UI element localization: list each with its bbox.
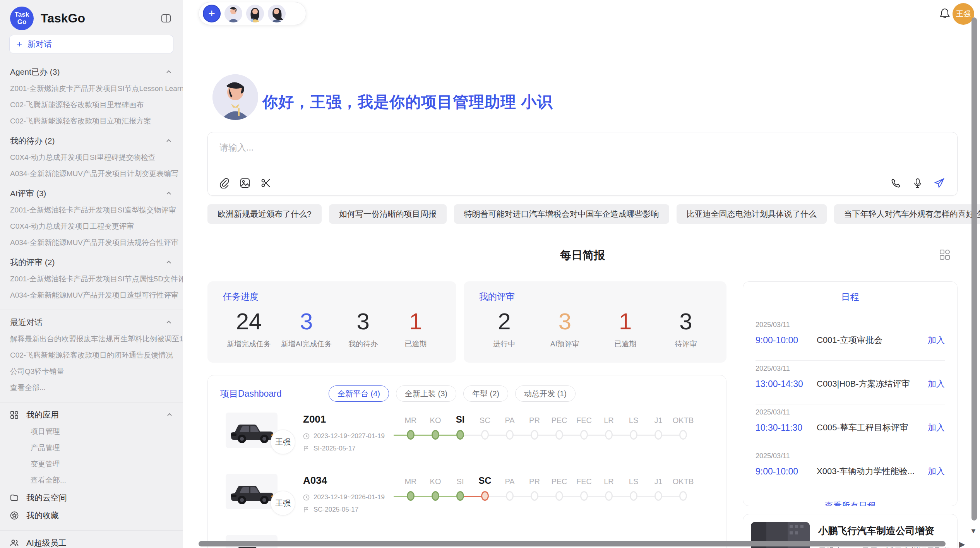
- sidebar-item-my-apps[interactable]: 我的应用: [0, 406, 183, 423]
- dashboard-filter-chip[interactable]: 动总开发 (1): [515, 385, 576, 402]
- schedule-name: C001-立项审批会: [817, 334, 928, 346]
- sidebar-list-item[interactable]: C02-飞腾新能源轻客改款项目里程碑画布: [0, 97, 183, 113]
- sidebar-app-item[interactable]: 产品管理: [0, 440, 183, 456]
- new-chat-button[interactable]: + 新对话: [9, 35, 173, 53]
- schedule-time: 13:00-14:30: [756, 379, 817, 389]
- milestone: OKTB: [671, 474, 696, 524]
- milestone-dot: [481, 430, 489, 440]
- sidebar-collapse-icon[interactable]: [159, 12, 173, 25]
- sidebar-item-cloud-folder-icon[interactable]: 我的云空间: [0, 489, 183, 506]
- session-avatar-3[interactable]: [268, 5, 286, 22]
- flag-icon: [303, 445, 310, 452]
- dashboard-filter-chip[interactable]: 全新平台 (4): [329, 385, 389, 402]
- divider: [0, 402, 183, 402]
- view-all-schedule-link[interactable]: 查看所有日程: [756, 500, 945, 506]
- sidebar-header: Task Go TaskGo: [0, 5, 183, 31]
- layout-grid-icon[interactable]: [939, 248, 951, 261]
- sidebar-section-header[interactable]: 最近对话: [0, 314, 183, 331]
- image-icon[interactable]: [239, 177, 251, 189]
- suggestion-chip[interactable]: 比亚迪全固态电池计划具体说了什么: [677, 204, 827, 224]
- notification-bell-icon[interactable]: [939, 7, 951, 19]
- sidebar-app-item[interactable]: 查看全部...: [0, 472, 183, 488]
- dashboard-filter-chip[interactable]: 全新上装 (3): [396, 385, 456, 402]
- scissors-icon[interactable]: [260, 177, 272, 189]
- project-dates: 2023-12-19~2026-01-19: [303, 493, 396, 501]
- sidebar-app-item[interactable]: 变更管理: [0, 456, 183, 472]
- sidebar-section-label: AI评审 (3): [10, 188, 46, 199]
- chevron-up-icon[interactable]: [166, 411, 173, 419]
- sidebar-list-item[interactable]: A034-全新新能源MUV产品开发项目造型可行性评审: [0, 287, 183, 303]
- suggestion-chip[interactable]: 欧洲新规最近颁布了什么?: [207, 204, 322, 224]
- milestone: PA: [497, 413, 522, 463]
- add-session-button[interactable]: +: [203, 5, 221, 22]
- horizontal-scrollbar[interactable]: [199, 541, 946, 546]
- send-icon[interactable]: [933, 177, 946, 189]
- schedule-join-link[interactable]: 加入: [928, 334, 945, 346]
- stat-label: 进行中: [483, 339, 526, 349]
- sidebar-list-item[interactable]: C02-飞腾新能源轻客改款项目立项汇报方案: [0, 113, 183, 129]
- schedule-title: 日程: [756, 291, 945, 303]
- session-avatar-2[interactable]: [246, 5, 264, 22]
- suggestion-chip[interactable]: 特朗普可能对进口汽车增税会对中国车企造成哪些影响: [454, 204, 669, 224]
- sidebar-section-label: 我的待办 (2): [10, 135, 55, 146]
- milestone-label: PEC: [551, 413, 567, 425]
- sidebar-tool-people-icon[interactable]: AI超级员工: [0, 534, 183, 548]
- chevron-up-icon[interactable]: [165, 259, 173, 266]
- sidebar-section-header[interactable]: 我的待办 (2): [0, 132, 183, 149]
- sidebar-list-item[interactable]: Z001-全新燃油皮卡产品开发项目SI节点Lesson Learn报告: [0, 80, 183, 97]
- phone-icon[interactable]: [890, 177, 902, 189]
- sidebar-section: 我的待办 (2)C0X4-动力总成开发项目SI里程碑提交物检查A034-全新新能…: [0, 132, 183, 182]
- schedule-line: 9:00-10:00C001-立项审批会加入: [756, 334, 945, 346]
- attach-icon[interactable]: [218, 177, 230, 189]
- milestone-dot: [506, 430, 514, 440]
- sidebar-item-star-circle-icon[interactable]: 我的收藏: [0, 507, 183, 524]
- sidebar-item-label: 我的收藏: [26, 510, 59, 521]
- sidebar-list-item[interactable]: A034-全新新能源MUV产品开发项目法规符合性评审: [0, 235, 183, 251]
- user-avatar[interactable]: 王强: [953, 3, 974, 25]
- schedule-join-link[interactable]: 加入: [928, 422, 945, 433]
- project-row[interactable]: 王强Z0012023-12-19~2027-01-19SI-2025-05-17…: [220, 413, 714, 463]
- schedule-join-link[interactable]: 加入: [928, 466, 945, 477]
- sidebar-list-item[interactable]: 解释最新出台的欧盟报废车法规再生塑料比例被调至15%...: [0, 331, 183, 347]
- suggestion-chip[interactable]: 如何写一份清晰的项目周报: [329, 204, 447, 224]
- composer[interactable]: 请输入...: [207, 132, 958, 196]
- sidebar-section-label: 我的评审 (2): [10, 257, 55, 268]
- sidebar-section-header[interactable]: AI评审 (3): [0, 185, 183, 202]
- milestone-label: PEC: [551, 474, 567, 486]
- chevron-up-icon[interactable]: [165, 137, 173, 145]
- project-milestone-date: SC-2025-05-17: [314, 506, 358, 514]
- sidebar: Task Go TaskGo + 新对话 Agent已办 (3)Z001-全新燃…: [0, 0, 183, 548]
- milestone: SC: [473, 413, 497, 463]
- sidebar-list-item[interactable]: A034-全新新能源MUV产品开发项目计划变更表编写: [0, 166, 183, 182]
- sidebar-list-item[interactable]: C0X4-动力总成开发项目工程变更评审: [0, 218, 183, 235]
- scroll-right-arrow[interactable]: ▶: [959, 539, 965, 548]
- sidebar-list-item[interactable]: C0X4-动力总成开发项目SI里程碑提交物检查: [0, 149, 183, 166]
- sidebar-section-header[interactable]: Agent已办 (3): [0, 63, 183, 80]
- sidebar-list-item[interactable]: 公司Q3轻卡销量: [0, 363, 183, 380]
- milestone: LR: [596, 474, 621, 524]
- microphone-icon[interactable]: [911, 177, 924, 189]
- sidebar-app-item[interactable]: 项目管理: [0, 423, 183, 440]
- project-date-range: 2023-12-19~2026-01-19: [314, 493, 385, 501]
- project-dates: 2023-12-19~2027-01-19: [303, 432, 396, 440]
- suggestion-chip[interactable]: 当下年轻人对汽车外观有怎样的喜好趋势: [834, 204, 980, 224]
- chevron-up-icon[interactable]: [165, 319, 173, 326]
- stat-value: 1: [394, 307, 437, 337]
- sidebar-list-item[interactable]: Z001-全新燃油轻卡产品开发项目SI造型提交物评审: [0, 202, 183, 218]
- daily-brief-title: 每日简报: [207, 248, 958, 263]
- scroll-down-arrow[interactable]: ▼: [970, 527, 977, 535]
- schedule-join-link[interactable]: 加入: [928, 378, 945, 390]
- milestone-label: OKTB: [673, 413, 694, 425]
- sidebar-list-item[interactable]: Z001-全新燃油轻卡产品开发项目SI节点属性5D文件评审: [0, 271, 183, 287]
- chevron-up-icon[interactable]: [165, 68, 173, 76]
- project-row[interactable]: 王强A0342023-12-19~2026-01-19SC-2025-05-17…: [220, 474, 714, 524]
- schedule-date: 2025/03/11: [756, 321, 945, 329]
- sidebar-list-item[interactable]: C02-飞腾新能源轻客改款项目的闭环通告反馈情况: [0, 347, 183, 363]
- dashboard-filter-chip[interactable]: 年型 (2): [463, 385, 508, 402]
- sidebar-section-header[interactable]: 我的评审 (2): [0, 254, 183, 271]
- session-avatar-1[interactable]: [224, 5, 242, 22]
- chevron-up-icon[interactable]: [165, 190, 173, 197]
- vertical-scrollbar[interactable]: [971, 17, 977, 521]
- sidebar-list-item[interactable]: 查看全部...: [0, 380, 183, 396]
- project-owner-badge: 王强: [271, 491, 295, 515]
